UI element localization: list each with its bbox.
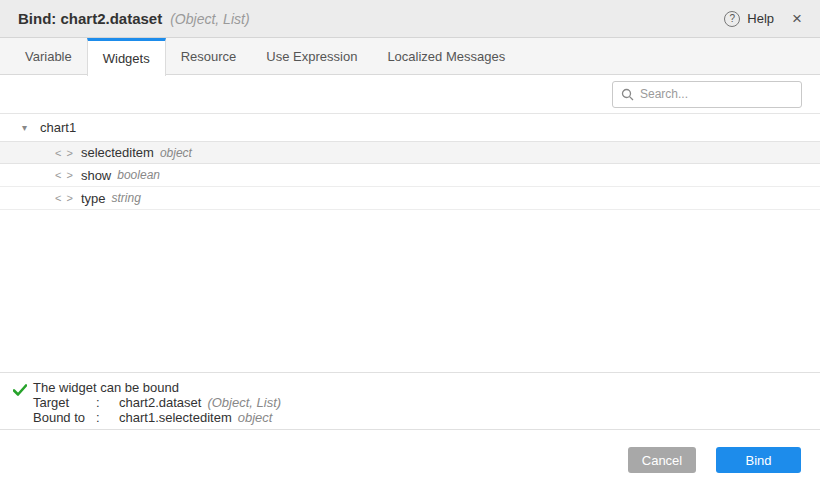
tab-variable[interactable]: Variable <box>10 38 87 74</box>
tree-node-label: chart1 <box>40 120 76 135</box>
header-actions: ? Help × <box>724 10 802 27</box>
bind-button[interactable]: Bind <box>716 447 801 473</box>
tab-widgets[interactable]: Widgets <box>87 38 166 76</box>
status-colon: : <box>96 395 119 410</box>
success-check-icon <box>13 380 33 400</box>
tree-node-type: object <box>160 146 192 160</box>
status-boundto-row: Bound to : chart1.selecteditem object <box>33 410 281 425</box>
status-target-label: Target <box>33 395 96 410</box>
status-target-row: Target : chart2.dataset (Object, List) <box>33 395 281 410</box>
status-target-value: chart2.dataset <box>119 395 201 410</box>
tree-node-type: boolean <box>117 168 160 182</box>
dialog-header: Bind: chart2.dataset (Object, List) ? He… <box>0 0 820 38</box>
status-message: The widget can be bound <box>33 380 281 395</box>
tab-resource[interactable]: Resource <box>166 38 252 74</box>
search-icon <box>621 88 634 101</box>
tree-node-type[interactable]: < > type string <box>0 187 820 210</box>
tree-node-label: type <box>81 191 106 206</box>
dialog-footer: Cancel Bind <box>0 430 820 483</box>
bind-status-panel: The widget can be bound Target : chart2.… <box>0 372 820 430</box>
tree-node-chart1[interactable]: ▾ chart1 <box>0 114 820 141</box>
dialog-title: Bind: chart2.dataset <box>18 10 162 27</box>
tree-node-selecteditem[interactable]: < > selecteditem object <box>0 141 820 164</box>
status-boundto-type: object <box>238 410 273 425</box>
status-colon: : <box>96 410 119 425</box>
status-boundto-label: Bound to <box>33 410 96 425</box>
toolbar <box>0 75 820 113</box>
status-boundto-value: chart1.selecteditem <box>119 410 232 425</box>
bind-status-text: The widget can be bound Target : chart2.… <box>33 380 281 425</box>
bind-dialog: Bind: chart2.dataset (Object, List) ? He… <box>0 0 820 483</box>
tab-localized-messages[interactable]: Localized Messages <box>372 38 520 74</box>
property-brackets-icon: < > <box>55 147 74 159</box>
tree-node-label: show <box>81 168 111 183</box>
tree-node-label: selecteditem <box>81 145 154 160</box>
property-brackets-icon: < > <box>55 192 74 204</box>
tab-use-expression[interactable]: Use Expression <box>251 38 372 74</box>
property-brackets-icon: < > <box>55 169 74 181</box>
search-box[interactable] <box>612 81 802 108</box>
tree-node-type: string <box>111 191 140 205</box>
tree-node-show[interactable]: < > show boolean <box>0 164 820 187</box>
tab-bar: Variable Widgets Resource Use Expression… <box>0 38 820 75</box>
widget-tree: ▾ chart1 < > selecteditem object < > sho… <box>0 113 820 372</box>
help-link[interactable]: Help <box>747 11 774 26</box>
help-icon[interactable]: ? <box>724 11 740 27</box>
status-target-type: (Object, List) <box>207 395 281 410</box>
search-input[interactable] <box>640 87 793 101</box>
chevron-down-icon[interactable]: ▾ <box>22 122 36 133</box>
close-icon[interactable]: × <box>792 10 802 27</box>
cancel-button[interactable]: Cancel <box>628 447 696 473</box>
dialog-subtitle: (Object, List) <box>170 11 249 27</box>
